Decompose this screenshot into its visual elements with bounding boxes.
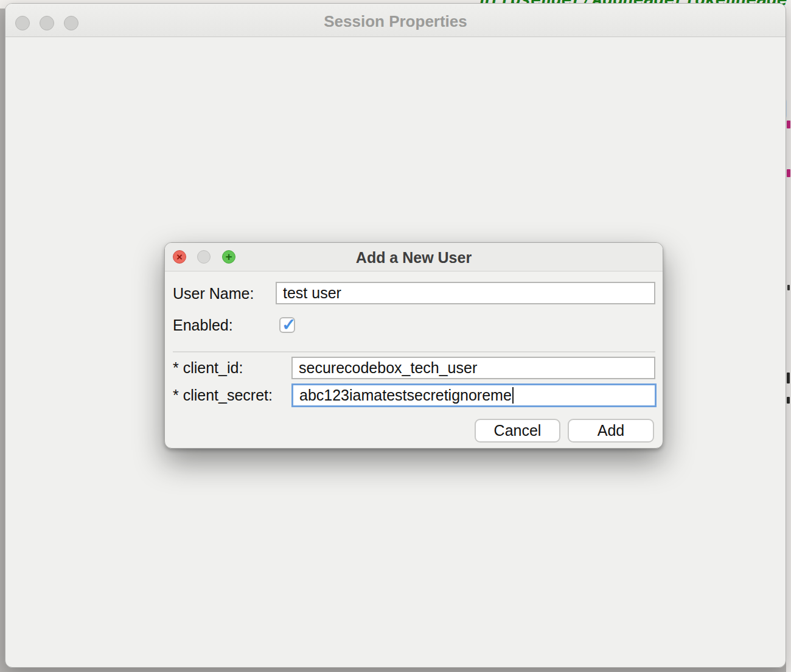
dialog-add-button[interactable]: Add — [568, 419, 654, 443]
text-cursor — [512, 387, 514, 404]
client-id-field[interactable]: securecodebox_tech_user — [291, 357, 655, 379]
background-text-fragment — [787, 169, 790, 177]
client-secret-field[interactable]: abc123iamatestsecretignoreme — [291, 383, 657, 407]
background-window-sliver — [786, 0, 791, 672]
dialog-separator — [173, 351, 655, 352]
client-id-label: * client_id: — [173, 359, 243, 377]
background-text-fragment — [787, 121, 790, 128]
client-secret-label: * client_secret: — [173, 386, 273, 404]
background-text-fragment — [787, 397, 790, 404]
screen: httpsender/AddHeaderTokenHeade Session P… — [0, 0, 791, 672]
dialog-titlebar[interactable]: Add a New User — [165, 243, 663, 271]
enabled-checkbox[interactable] — [279, 317, 295, 333]
dialog-cancel-button[interactable]: Cancel — [475, 419, 560, 443]
user-name-field[interactable]: test user — [276, 282, 655, 304]
dialog-title: Add a New User — [165, 249, 663, 267]
background-text-fragment — [787, 285, 790, 290]
enabled-label: Enabled: — [173, 316, 233, 334]
background-text-fragment — [787, 373, 790, 383]
window-title: Session Properties — [5, 12, 786, 31]
window-titlebar[interactable]: Session Properties — [5, 4, 786, 37]
add-new-user-dialog: Add a New User User Name: test user Enab… — [164, 242, 663, 449]
user-name-label: User Name: — [173, 284, 254, 303]
